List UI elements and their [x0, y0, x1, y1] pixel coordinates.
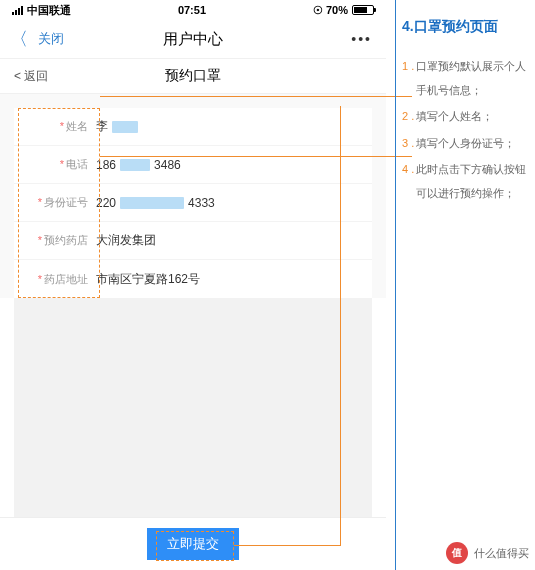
row-phone: *电话 1863486 — [14, 146, 372, 184]
empty-area — [14, 298, 372, 518]
annotation-list: 1 .口罩预约默认展示个人手机号信息； 2 .填写个人姓名； 3 .填写个人身份… — [402, 54, 529, 205]
row-store: *预约药店 大润发集团 — [14, 222, 372, 260]
row-address: *药店地址 市南区宁夏路162号 — [14, 260, 372, 298]
clock: 07:51 — [178, 4, 206, 16]
form-area: *姓名 李 *电话 1863486 *身份证号 2204333 *预约药店 大润… — [0, 94, 386, 298]
note-3: 3 .填写个人身份证号； — [402, 131, 529, 155]
note-4: 4 .此时点击下方确认按钮可以进行预约操作； — [402, 157, 529, 205]
store-label: *预约药店 — [18, 233, 96, 248]
name-field[interactable]: 李 — [96, 118, 364, 135]
secondary-nav: < 返回 预约口罩 — [0, 58, 386, 94]
address-label: *药店地址 — [18, 272, 96, 287]
connector-1 — [100, 96, 412, 97]
name-label: *姓名 — [18, 119, 96, 134]
sub-page-title: 预约口罩 — [0, 67, 386, 85]
close-button[interactable]: 关闭 — [38, 30, 64, 48]
connector-3-vertical — [340, 106, 341, 546]
annotation-panel: 4.口罩预约页面 1 .口罩预约默认展示个人手机号信息； 2 .填写个人姓名； … — [395, 0, 535, 570]
watermark-text: 什么值得买 — [474, 546, 529, 561]
id-field[interactable]: 2204333 — [96, 196, 364, 210]
more-button[interactable]: ••• — [351, 31, 372, 47]
store-field[interactable]: 大润发集团 — [96, 232, 364, 249]
submit-button[interactable]: 立即提交 — [147, 528, 239, 560]
connector-2 — [100, 156, 412, 157]
id-label: *身份证号 — [18, 195, 96, 210]
row-id: *身份证号 2204333 — [14, 184, 372, 222]
battery-icon — [352, 5, 374, 15]
row-name: *姓名 李 — [14, 108, 372, 146]
primary-nav: 〈 关闭 用户中心 ••• — [0, 20, 386, 58]
watermark: 值 什么值得买 — [446, 542, 529, 564]
phone-label: *电话 — [18, 157, 96, 172]
watermark-icon: 值 — [446, 542, 468, 564]
battery-pct: ☉ 70% — [313, 4, 348, 17]
phone-screen: 中国联通 07:51 ☉ 70% 〈 关闭 用户中心 ••• < 返回 预约口罩… — [0, 0, 386, 570]
back-icon[interactable]: 〈 — [10, 27, 28, 51]
carrier-label: 中国联通 — [27, 3, 71, 18]
back-button[interactable]: < 返回 — [14, 68, 48, 85]
signal-icon — [12, 6, 23, 15]
phone-field[interactable]: 1863486 — [96, 158, 364, 172]
submit-bar: 立即提交 — [0, 517, 386, 570]
connector-3-horizontal — [234, 545, 340, 546]
status-bar: 中国联通 07:51 ☉ 70% — [0, 0, 386, 20]
form-card: *姓名 李 *电话 1863486 *身份证号 2204333 *预约药店 大润… — [14, 108, 372, 298]
annotation-title: 4.口罩预约页面 — [402, 18, 529, 36]
address-field: 市南区宁夏路162号 — [96, 271, 364, 288]
note-1: 1 .口罩预约默认展示个人手机号信息； — [402, 54, 529, 102]
note-2: 2 .填写个人姓名； — [402, 104, 529, 128]
